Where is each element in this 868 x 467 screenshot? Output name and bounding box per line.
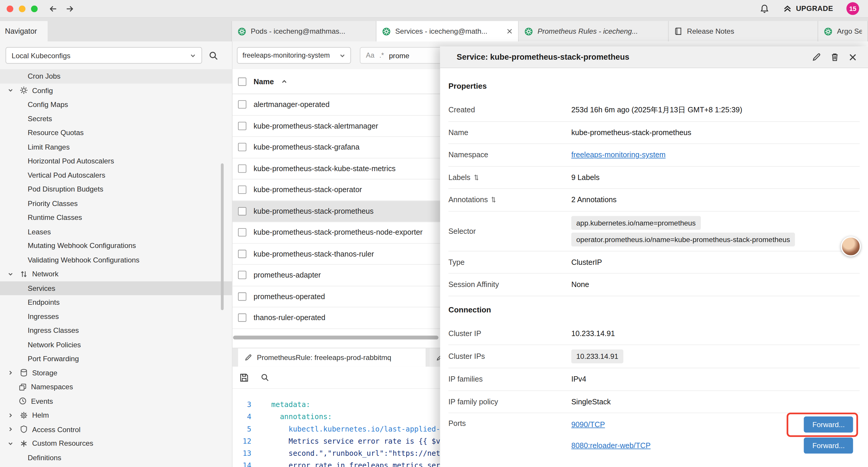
sidebar-item-ingresses[interactable]: Ingresses [0,309,232,323]
row-checkbox[interactable] [238,164,246,173]
sidebar-item-cron-jobs[interactable]: Cron Jobs [0,69,232,83]
row-checkbox[interactable] [238,143,246,151]
tab-argo-se[interactable]: Argo Se [818,21,868,41]
zoom-window-button[interactable] [31,5,37,12]
sidebar-item-storage[interactable]: Storage [0,366,232,380]
tab-pods-icecheng-mathmas[interactable]: Pods - icecheng@mathmas... [231,21,376,41]
property-label: Cluster IP [448,329,571,338]
line-number: 12 [232,435,257,447]
row-checkbox[interactable] [238,122,246,130]
navigator-panel-tab[interactable]: Navigator [0,21,48,41]
kubeconfig-select[interactable]: Local Kubeconfigs [6,47,202,63]
minimize-window-button[interactable] [19,5,25,12]
row-checkbox[interactable] [238,314,246,322]
close-window-button[interactable] [6,5,13,12]
sidebar-item-label: Namespaces [31,383,73,391]
row-checkbox[interactable] [238,292,246,300]
sidebar-item-limit-ranges[interactable]: Limit Ranges [0,140,232,154]
config-icon [20,87,32,94]
sidebar-item-runtime-classes[interactable]: Runtime Classes [0,210,232,225]
forward-button[interactable]: Forward... [804,416,853,432]
sidebar-item-ingress-classes[interactable]: Ingress Classes [0,323,232,338]
chevron-down-icon[interactable] [8,441,20,446]
property-row-created: Created253d 16h 6m ago (2025年1月13日 GMT+8… [448,99,860,121]
sidebar-item-secrets[interactable]: Secrets [0,112,232,126]
sort-ascending-icon[interactable] [281,78,287,85]
sidebar-item-resource-quotas[interactable]: Resource Quotas [0,126,232,140]
sidebar-item-definitions[interactable]: Definitions [0,450,232,465]
horizontal-scrollbar[interactable] [233,335,438,339]
row-checkbox[interactable] [238,185,246,194]
property-row-labels: Labels9 Labels [448,167,860,189]
chevron-down-icon [190,52,196,59]
back-arrow-icon[interactable] [49,4,58,13]
property-row-type: TypeClusterIP [448,251,860,274]
sidebar-item-validating-webhook-configurations[interactable]: Validating Webhook Configurations [0,253,232,267]
chevron-right-icon[interactable] [8,412,20,418]
row-name: kube-prometheus-stack-kube-state-metrics [253,164,396,173]
forward-button[interactable]: Forward... [804,437,853,453]
property-value: 2 Annotations [571,196,860,204]
dock-search-icon[interactable] [261,373,269,382]
name-column-header[interactable]: Name [253,77,274,85]
forward-arrow-icon[interactable] [65,4,74,13]
tab-prometheus-rules-icecheng[interactable]: Prometheus Rules - icecheng... [519,21,669,41]
dock-tab-prometheusrule[interactable]: PrometheusRule: freeleaps-prod-rabbitmq [238,348,426,367]
sidebar-item-services[interactable]: Services [0,281,232,295]
edit-pencil-icon[interactable] [812,53,821,61]
row-checkbox[interactable] [238,100,246,109]
match-case-toggle[interactable]: Aa [366,52,375,59]
sidebar-search-icon[interactable] [209,51,218,60]
chevron-right-icon[interactable] [8,427,20,432]
sidebar-item-namespaces[interactable]: Namespaces [0,380,232,394]
sidebar-item-endpoints[interactable]: Endpoints [0,295,232,310]
sidebar-item-custom-resources[interactable]: Custom Resources [0,436,232,450]
select-all-checkbox[interactable] [238,77,246,85]
trash-icon[interactable] [831,53,839,61]
row-checkbox[interactable] [238,250,246,258]
sidebar-item-pod-disruption-budgets[interactable]: Pod Disruption Budgets [0,182,232,196]
chevron-right-icon[interactable] [8,370,20,376]
port-link[interactable]: 8080:reloader-web/TCP [571,441,651,449]
tab-title: Argo Se [837,27,862,35]
sidebar-item-network-policies[interactable]: Network Policies [0,338,232,352]
sidebar-item-horizontal-pod-autoscalers[interactable]: Horizontal Pod Autoscalers [0,154,232,168]
save-floppy-icon[interactable] [240,373,248,382]
upgrade-button[interactable]: UPGRADE [783,4,833,13]
value-badge: app.kubernetes.io/name=prometheus [571,216,701,230]
namespace-link[interactable]: freeleaps-monitoring-system [571,151,665,159]
assistant-avatar[interactable] [841,236,861,256]
sidebar-item-leases[interactable]: Leases [0,225,232,239]
sidebar-item-port-forwarding[interactable]: Port Forwarding [0,352,232,366]
sidebar-scrollbar[interactable] [221,164,224,310]
sidebar-item-config-maps[interactable]: Config Maps [0,97,232,112]
tab-services-icecheng-math[interactable]: Services - icecheng@math... [376,21,519,41]
chevron-down-icon[interactable] [8,271,20,277]
sidebar-item-events[interactable]: Events [0,394,232,408]
chevron-down-icon[interactable] [8,88,20,93]
sidebar-item-mutating-webhook-configurations[interactable]: Mutating Webhook Configurations [0,239,232,253]
list-search-input[interactable]: Aa .* prome [360,47,443,63]
regex-toggle[interactable]: .* [379,52,384,59]
notifications-bell-icon[interactable] [760,4,770,13]
sidebar-item-vertical-pod-autoscalers[interactable]: Vertical Pod Autoscalers [0,168,232,182]
row-checkbox[interactable] [238,228,246,236]
property-value: kube-prometheus-stack-prometheus [571,128,860,137]
cluster-wheel-icon [824,27,833,36]
row-checkbox[interactable] [238,271,246,279]
sidebar-item-priority-classes[interactable]: Priority Classes [0,196,232,210]
notification-count-badge[interactable]: 15 [846,2,859,15]
code-text: annotations: [257,411,332,423]
sidebar-item-helm[interactable]: Helm [0,408,232,422]
tab-close-icon[interactable] [506,28,513,35]
row-checkbox[interactable] [238,207,246,215]
custom-resources-icon [20,439,32,447]
sidebar-item-config[interactable]: Config [0,83,232,97]
close-icon[interactable] [848,53,857,61]
line-number: 3 [232,399,257,411]
tab-release-notes[interactable]: Release Notes [669,21,818,41]
port-link[interactable]: 9090/TCP [571,420,605,428]
sidebar-item-network[interactable]: Network [0,267,232,281]
namespace-select[interactable]: freeleaps-monitoring-system [237,47,351,63]
sidebar-item-access-control[interactable]: Access Control [0,422,232,437]
